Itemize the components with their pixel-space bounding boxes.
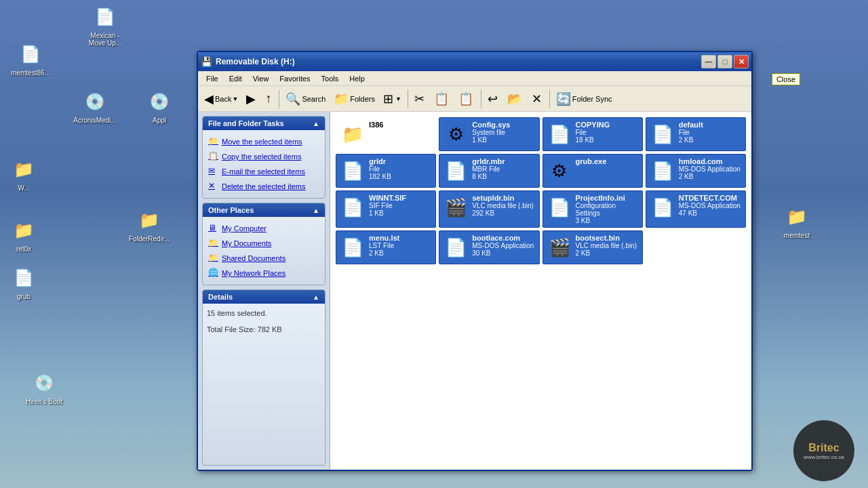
system-file-icon: ⚙ bbox=[442, 121, 469, 148]
move-items-task[interactable]: 📁 Move the selected items bbox=[205, 134, 322, 149]
menu-edit[interactable]: Edit bbox=[224, 73, 248, 84]
delete-items-task[interactable]: ✕ Delete the selected items bbox=[205, 179, 322, 194]
file-item-bootsect[interactable]: 🎬 bootsect.bin VLC media file (.bin) 2 K… bbox=[542, 230, 643, 264]
file-name: bootlace.com bbox=[472, 234, 534, 242]
dos-icon: 📄 bbox=[649, 194, 676, 221]
copy-button[interactable]: 📋 bbox=[431, 89, 454, 109]
exe-icon: ⚙ bbox=[546, 157, 573, 184]
desktop-icon-appl[interactable]: 💿 Appl bbox=[136, 88, 183, 124]
file-type: File bbox=[576, 129, 610, 136]
search-button[interactable]: 🔍 Search bbox=[282, 89, 329, 109]
file-size: 47 KB bbox=[679, 209, 741, 217]
cut-button[interactable]: ✂ bbox=[411, 89, 429, 109]
file-item-config-sys[interactable]: ⚙ Config.sys System file 1 KB bbox=[439, 117, 539, 151]
file-item-i386[interactable]: 📁 I386 bbox=[336, 117, 436, 151]
shared-documents-link[interactable]: 📁 Shared Documents bbox=[205, 251, 322, 266]
minimize-button[interactable]: — bbox=[701, 55, 716, 68]
other-places-header[interactable]: Other Places ▲ bbox=[203, 203, 325, 217]
file-item-grldr[interactable]: 📄 grldr File 182 KB bbox=[336, 154, 436, 188]
desktop-icon-folder-redir[interactable]: 📁 FolderRedir... bbox=[125, 207, 173, 243]
britec-name: Britec bbox=[808, 442, 839, 454]
views-button[interactable]: ⊞ ▼ bbox=[380, 89, 405, 109]
delete-button[interactable]: ✕ bbox=[528, 89, 547, 109]
file-size: 182 KB bbox=[369, 173, 391, 180]
file-name: NTDETECT.COM bbox=[679, 194, 741, 202]
collapse-other-places-icon: ▲ bbox=[313, 207, 319, 214]
file-item-setupldr[interactable]: 🎬 setupldr.bin VLC media file (.bin) 292… bbox=[439, 190, 539, 228]
back-dropdown-icon: ▼ bbox=[232, 96, 238, 102]
vlc-icon: 🎬 bbox=[442, 194, 469, 221]
desktop-icon-w[interactable]: 📁 W... bbox=[0, 156, 47, 192]
file-name: menu.lst bbox=[369, 234, 399, 242]
close-button[interactable]: ✕ bbox=[734, 55, 749, 68]
my-documents-link[interactable]: 📁 My Documents bbox=[205, 236, 322, 251]
file-name: ProjectInfo.ini bbox=[576, 194, 639, 202]
file-item-default[interactable]: 📄 default File 2 KB bbox=[646, 117, 746, 151]
other-places-section: Other Places ▲ 🖥 My Computer 📁 My Docume… bbox=[202, 203, 326, 285]
desktop-icon-acronis[interactable]: 💿 AcronisMedi... bbox=[71, 88, 119, 124]
close-tooltip: Close bbox=[772, 73, 800, 85]
desktop-icon-mexican[interactable]: 📄 Mexican -Move Up... bbox=[81, 3, 129, 47]
menu-tools[interactable]: Tools bbox=[316, 73, 344, 84]
details-content: 15 items selected. Total File Size: 782 … bbox=[203, 304, 325, 339]
copy-items-icon: 📋 bbox=[208, 151, 219, 162]
maximize-button[interactable]: □ bbox=[717, 55, 732, 68]
search-icon: 🔍 bbox=[285, 92, 300, 106]
up-button[interactable]: ↑ bbox=[262, 89, 276, 109]
folder-sync-button[interactable]: 🔄 Folder Sync bbox=[553, 89, 616, 109]
file-item-projectinfo[interactable]: 📄 ProjectInfo.ini Configuration Settings… bbox=[542, 190, 643, 228]
shared-documents-icon: 📁 bbox=[208, 253, 219, 264]
undo-button[interactable]: ↩ bbox=[484, 89, 502, 109]
email-items-task[interactable]: ✉ E-mail the selected items bbox=[205, 164, 322, 179]
back-button[interactable]: ◀ Back ▼ bbox=[201, 89, 241, 109]
paste-button[interactable]: 📋 bbox=[455, 89, 478, 109]
menu-file[interactable]: File bbox=[201, 73, 224, 84]
britec-url: www.britec.co.uk bbox=[804, 454, 844, 460]
file-type: MS-DOS Application bbox=[472, 242, 534, 249]
copy-icon: 📋 bbox=[434, 92, 449, 106]
toolbar-separator-3 bbox=[481, 89, 481, 108]
desktop-icon-hirens[interactable]: 💿 Hiren's Boot bbox=[20, 369, 68, 405]
my-computer-link[interactable]: 🖥 My Computer bbox=[205, 221, 322, 236]
move-to-button[interactable]: 📂 bbox=[504, 89, 527, 109]
file-area[interactable]: 📁 I386 ⚙ Config.sys System file 1 KB 📄 bbox=[330, 112, 751, 470]
file-type: File bbox=[369, 165, 391, 173]
file-name: hmload.com bbox=[679, 157, 741, 165]
folders-button[interactable]: 📁 Folders bbox=[330, 89, 378, 109]
desktop-icon-memtest2[interactable]: 📁 memtest bbox=[773, 203, 821, 239]
file-item-bootlace[interactable]: 📄 bootlace.com MS-DOS Application 30 KB bbox=[439, 230, 539, 264]
forward-button[interactable]: ▶ bbox=[243, 89, 260, 109]
file-size: 1 KB bbox=[369, 209, 406, 217]
file-size: 2 KB bbox=[679, 173, 741, 180]
toolbar-separator-4 bbox=[549, 89, 550, 108]
details-header[interactable]: Details ▲ bbox=[203, 290, 325, 304]
file-folder-tasks-section: File and Folder Tasks ▲ 📁 Move the selec… bbox=[202, 116, 326, 199]
file-name: grldr.mbr bbox=[472, 157, 505, 165]
menu-help[interactable]: Help bbox=[344, 73, 370, 84]
views-icon: ⊞ bbox=[383, 92, 393, 106]
content-area: File and Folder Tasks ▲ 📁 Move the selec… bbox=[198, 112, 751, 470]
file-item-menu-lst[interactable]: 📄 menu.lst LST File 2 KB bbox=[336, 230, 436, 264]
file-size: 2 KB bbox=[576, 249, 637, 257]
desktop-icon-ret0x[interactable]: 📁 ret0x bbox=[0, 217, 47, 253]
copy-items-task[interactable]: 📋 Copy the selected items bbox=[205, 149, 322, 164]
forward-icon: ▶ bbox=[246, 92, 256, 106]
desktop-icon-memtest[interactable]: 📄 memtest86... bbox=[7, 41, 54, 77]
toolbar-separator-1 bbox=[279, 89, 279, 108]
file-size: 2 KB bbox=[679, 136, 703, 144]
my-network-link[interactable]: 🌐 My Network Places bbox=[205, 266, 322, 281]
file-item-grldr-mbr[interactable]: 📄 grldr.mbr MBR File 8 KB bbox=[439, 154, 539, 188]
file-item-copying[interactable]: 📄 COPYING File 18 KB bbox=[542, 117, 643, 151]
details-section: Details ▲ 15 items selected. Total File … bbox=[202, 289, 326, 466]
file-item-grub-exe[interactable]: ⚙ grub.exe bbox=[542, 154, 643, 188]
dos-app-icon: 📄 bbox=[649, 157, 676, 184]
file-icon: 📄 bbox=[546, 121, 573, 148]
file-item-hmload[interactable]: 📄 hmload.com MS-DOS Application 2 KB bbox=[646, 154, 746, 188]
menu-favorites[interactable]: Favorites bbox=[274, 73, 315, 84]
file-folder-tasks-header[interactable]: File and Folder Tasks ▲ bbox=[203, 117, 325, 130]
desktop-icon-grub[interactable]: 📄 grub bbox=[0, 264, 47, 300]
file-item-winnt-sif[interactable]: 📄 WINNT.SIF SIF File 1 KB bbox=[336, 190, 436, 228]
file-item-ntdetect[interactable]: 📄 NTDETECT.COM MS-DOS Application 47 KB bbox=[646, 190, 746, 228]
menu-view[interactable]: View bbox=[248, 73, 275, 84]
undo-icon: ↩ bbox=[488, 92, 498, 106]
